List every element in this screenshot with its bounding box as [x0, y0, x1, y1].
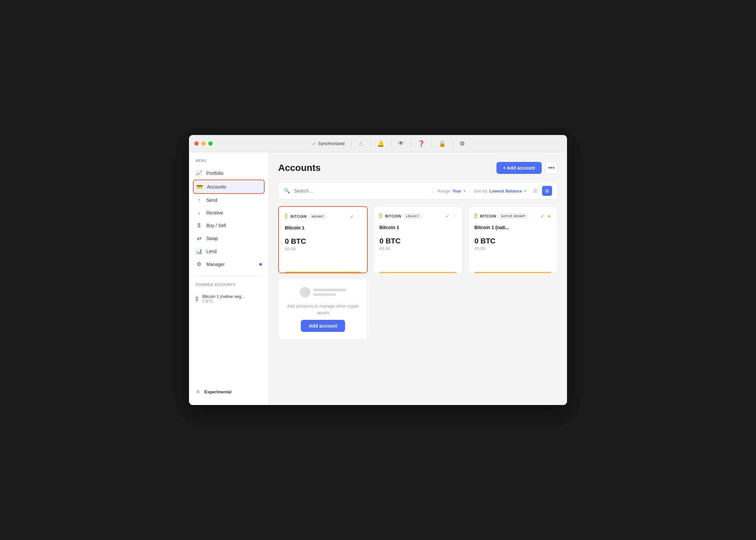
divider-5: [432, 140, 432, 147]
search-icon: 🔍: [284, 188, 290, 194]
star-icon-segwit[interactable]: ☆: [357, 214, 361, 219]
add-account-button[interactable]: + Add account: [496, 162, 542, 174]
account-name-native: Bitcoin 1 (nati...: [474, 225, 551, 230]
sidebar-divider: [196, 276, 262, 276]
sidebar-item-buysell[interactable]: $ Buy / Sell: [189, 219, 269, 232]
sync-label: Synchronized: [318, 141, 345, 146]
fiat-balance-native: €0.00: [474, 246, 551, 251]
starred-account-balance: 0 BTC: [202, 299, 245, 304]
page-title: Accounts: [278, 163, 321, 173]
sidebar-portfolio-label: Portfolio: [206, 171, 223, 176]
account-card-segwit[interactable]: ₿ BITCOIN SEGWIT ✓ ☆ Bitcoin 1 0 BTC €0.…: [278, 206, 368, 273]
range-label: Range: [438, 189, 450, 194]
account-tag-segwit: SEGWIT: [309, 214, 326, 219]
verified-icon-legacy: ✓: [446, 213, 450, 219]
swap-icon: ⇄: [196, 235, 202, 241]
help-icon[interactable]: ❓: [418, 140, 425, 147]
view-toggle: ☰ ⊞: [530, 186, 552, 196]
card-header-legacy: ₿ BITCOIN LEGACY ✓ ☆: [379, 212, 456, 219]
sidebar-send-label: Send: [206, 198, 217, 203]
verified-icon-native: ✓: [540, 213, 544, 219]
star-icon-native[interactable]: ★: [547, 213, 551, 219]
sidebar-swap-label: Swap: [206, 236, 218, 241]
account-card-legacy[interactable]: ₿ BITCOIN LEGACY ✓ ☆ Bitcoin 1 0 BTC €0.…: [373, 206, 463, 273]
account-tag-legacy: LEGACY: [404, 214, 421, 218]
divider-1: [351, 140, 351, 147]
starred-account-name: Bitcoin 1 (native seg...: [202, 294, 245, 299]
sidebar-item-portfolio[interactable]: 📈 Portfolio: [189, 167, 269, 180]
more-options-button[interactable]: •••: [545, 162, 558, 174]
bell-icon[interactable]: 🔔: [377, 140, 384, 147]
search-input[interactable]: [294, 188, 429, 194]
sidebar: MENU 📈 Portfolio 💳 Accounts ↑ Send ↓ Rec…: [189, 152, 269, 405]
coin-label-legacy: BITCOIN: [385, 214, 401, 218]
filter-divider-1: [433, 188, 434, 194]
lend-icon: 📊: [196, 248, 202, 254]
range-value: Year: [452, 189, 461, 194]
divider-3: [391, 140, 391, 147]
verified-icon-segwit: ✓: [350, 214, 354, 219]
eye-icon[interactable]: 👁: [398, 140, 404, 147]
lock-icon[interactable]: 🔒: [439, 140, 446, 147]
btc-balance-legacy: 0 BTC: [379, 237, 456, 245]
maximize-button[interactable]: [208, 141, 213, 146]
divider-2: [370, 140, 370, 147]
filter-divider-2: [470, 188, 470, 194]
manager-icon: ⚙: [196, 261, 202, 267]
add-card-lines: [313, 289, 346, 296]
sync-check-icon: ✓: [312, 141, 316, 147]
card-header-native: ₿ BITCOIN NATIVE SEGWIT ✓ ★: [474, 212, 551, 219]
empty-card-text: Add accounts to manage other crypto asse…: [284, 303, 361, 316]
content-header: Accounts + Add account •••: [278, 162, 558, 174]
add-card-illustration: [300, 287, 346, 298]
grid-view-button[interactable]: ⊞: [542, 186, 552, 196]
sidebar-item-lend[interactable]: 📊 Lend: [189, 245, 269, 258]
starred-account-info: Bitcoin 1 (native seg... 0 BTC: [202, 294, 245, 304]
content-area: Accounts + Add account ••• 🔍 Range Year …: [269, 152, 567, 405]
menu-section-label: MENU: [189, 159, 269, 167]
close-button[interactable]: [194, 141, 199, 146]
range-chevron-icon: ▾: [464, 189, 466, 193]
alert-icon[interactable]: ⚠: [358, 140, 363, 147]
list-view-button[interactable]: ☰: [530, 186, 540, 196]
sort-filter[interactable]: Sort by Lowest Balance ▾: [474, 189, 526, 194]
starred-account-btc[interactable]: ₿ Bitcoin 1 (native seg... 0 BTC: [189, 291, 269, 307]
btc-icon-segwit: ₿: [285, 213, 288, 220]
sidebar-receive-label: Receive: [206, 210, 223, 215]
sidebar-item-accounts[interactable]: 💳 Accounts: [193, 180, 265, 194]
btc-balance-segwit: 0 BTC: [285, 237, 361, 246]
account-tag-native: NATIVE SEGWIT: [499, 214, 527, 218]
titlebar: ✓ Synchronized ⚠ 🔔 👁 ❓ 🔒 ⚙: [189, 135, 567, 152]
sidebar-accounts-label: Accounts: [207, 184, 226, 190]
sync-status: ✓ Synchronized: [312, 141, 345, 147]
accounts-grid: ₿ BITCOIN SEGWIT ✓ ☆ Bitcoin 1 0 BTC €0.…: [278, 206, 558, 340]
coin-label-native: BITCOIN: [480, 214, 496, 218]
settings-icon[interactable]: ⚙: [460, 140, 465, 147]
sidebar-item-experimental[interactable]: ⚛ Experimental: [189, 385, 269, 398]
account-card-native-segwit[interactable]: ₿ BITCOIN NATIVE SEGWIT ✓ ★ Bitcoin 1 (n…: [468, 206, 558, 273]
star-icon-legacy[interactable]: ☆: [452, 213, 457, 219]
account-name-legacy: Bitcoin 1: [379, 225, 456, 230]
receive-icon: ↓: [196, 210, 202, 216]
add-account-card-button[interactable]: Add account: [301, 320, 345, 332]
experimental-icon: ⚛: [196, 389, 200, 395]
sidebar-item-send[interactable]: ↑ Send: [189, 194, 269, 206]
coin-label-segwit: BITCOIN: [290, 214, 307, 218]
experimental-label: Experimental: [204, 389, 232, 394]
account-name-segwit: Bitcoin 1: [285, 225, 361, 230]
filter-bar: 🔍 Range Year ▾ Sort by Lowest Balance ▾ …: [278, 182, 558, 200]
accounts-icon: 💳: [196, 184, 203, 190]
sidebar-item-swap[interactable]: ⇄ Swap: [189, 232, 269, 245]
sort-chevron-icon: ▾: [524, 189, 526, 193]
buysell-icon: $: [196, 222, 202, 228]
sidebar-manager-label: Manager: [206, 262, 225, 267]
fiat-balance-segwit: €0.00: [285, 246, 361, 251]
manager-badge: [259, 263, 262, 266]
main-layout: MENU 📈 Portfolio 💳 Accounts ↑ Send ↓ Rec…: [189, 152, 567, 405]
sidebar-buysell-label: Buy / Sell: [206, 223, 226, 228]
range-filter[interactable]: Range Year ▾: [438, 189, 466, 194]
minimize-button[interactable]: [201, 141, 206, 146]
sidebar-item-manager[interactable]: ⚙ Manager: [189, 258, 269, 271]
sidebar-item-receive[interactable]: ↓ Receive: [189, 206, 269, 219]
btc-icon-native: ₿: [474, 212, 477, 219]
